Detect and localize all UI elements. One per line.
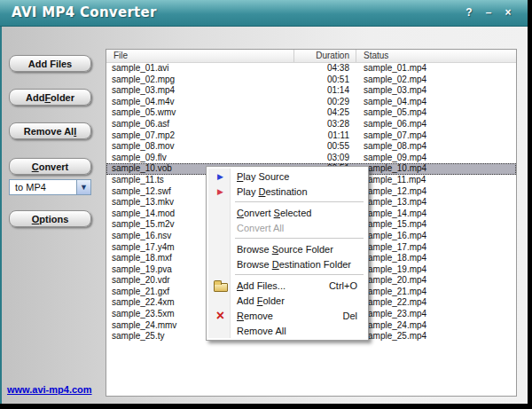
menu-icon bbox=[208, 241, 232, 256]
menu-item-label: Remove All bbox=[237, 326, 286, 336]
header-file[interactable]: File bbox=[106, 50, 294, 62]
status-cell: sample_22.mp4 bbox=[356, 297, 516, 309]
duration-cell: 03:09 bbox=[294, 153, 356, 164]
header-duration[interactable]: Duration bbox=[294, 50, 356, 62]
menu-separator bbox=[208, 235, 366, 241]
menu-separator bbox=[208, 199, 366, 205]
add-files-icon bbox=[208, 278, 232, 293]
window-title: AVI MP4 Converter bbox=[12, 4, 157, 20]
menu-item[interactable]: Browse Source Folder bbox=[208, 241, 366, 256]
chevron-down-icon[interactable]: ▼ bbox=[76, 180, 90, 194]
table-row[interactable]: sample_01.avi 04:38 sample_01.mp4 bbox=[106, 63, 516, 75]
file-cell: sample_02.mpg bbox=[106, 75, 294, 86]
menu-icon bbox=[208, 323, 232, 338]
remove-all-button[interactable]: Remove All bbox=[9, 122, 91, 139]
menu-item-label: Browse Destination Folder bbox=[237, 259, 351, 270]
duration-cell: 03:28 bbox=[294, 119, 356, 130]
table-row[interactable]: sample_04.m4v 00:29 sample_04.mp4 bbox=[106, 97, 516, 108]
file-cell: sample_05.wmv bbox=[106, 107, 294, 119]
status-cell: sample_06.mp4 bbox=[356, 119, 516, 130]
titlebar-buttons: ? – × bbox=[464, 5, 513, 20]
file-cell: sample_08.mov bbox=[106, 141, 294, 153]
menu-item-label: Convert All bbox=[237, 223, 284, 233]
menu-item-label: Play Destination bbox=[237, 186, 308, 197]
add-files-button[interactable]: Add Files bbox=[9, 55, 91, 72]
status-cell: sample_21.mp4 bbox=[356, 287, 516, 298]
menu-item[interactable]: Add Files... Ctrl+O bbox=[208, 278, 366, 293]
list-header: File Duration Status bbox=[106, 50, 516, 63]
close-button[interactable]: × bbox=[503, 5, 513, 20]
menu-item-label: Browse Source Folder bbox=[237, 244, 333, 255]
status-cell: sample_08.mp4 bbox=[356, 141, 516, 153]
window-left-border bbox=[0, 0, 2, 404]
status-cell: sample_10.mp4 bbox=[356, 163, 516, 175]
file-cell: sample_06.asf bbox=[106, 119, 294, 130]
options-button[interactable]: Options bbox=[9, 210, 91, 227]
file-cell: sample_09.flv bbox=[106, 153, 294, 164]
status-cell: sample_18.mp4 bbox=[356, 253, 516, 264]
status-cell: sample_20.mp4 bbox=[356, 275, 516, 287]
table-row[interactable]: sample_02.mpg 00:51 sample_02.mp4 bbox=[106, 75, 516, 86]
duration-cell: 01:14 bbox=[294, 85, 356, 97]
menu-item[interactable]: Browse Destination Folder bbox=[208, 256, 366, 271]
menu-item[interactable]: Add Folder bbox=[208, 293, 366, 308]
status-cell: sample_02.mp4 bbox=[356, 75, 516, 86]
menu-item[interactable]: Convert Selected bbox=[208, 205, 366, 220]
format-select[interactable]: to MP4 ▼ bbox=[9, 179, 91, 195]
table-row[interactable]: sample_05.wmv 04:25 sample_05.mp4 bbox=[106, 107, 516, 119]
duration-cell: 01:11 bbox=[294, 130, 356, 142]
header-status[interactable]: Status bbox=[356, 50, 516, 62]
duration-cell: 04:38 bbox=[294, 63, 356, 75]
menu-item-label: Add Files... bbox=[237, 280, 286, 291]
menu-item-label: Add Folder bbox=[237, 295, 285, 306]
app-window: AVI MP4 Converter ? – × Add Files Add Fo… bbox=[0, 0, 528, 404]
help-button[interactable]: ? bbox=[464, 5, 474, 20]
status-cell: sample_16.mp4 bbox=[356, 231, 516, 242]
menu-item[interactable]: Play Destination bbox=[208, 184, 366, 199]
menu-item-label: Remove bbox=[237, 311, 273, 321]
play-source-icon bbox=[208, 169, 232, 184]
menu-separator bbox=[208, 271, 366, 278]
status-cell: sample_05.mp4 bbox=[356, 107, 516, 119]
menu-icon bbox=[208, 256, 232, 271]
convert-button[interactable]: Convert bbox=[9, 158, 91, 175]
duration-cell: 00:29 bbox=[294, 97, 356, 108]
remove-icon bbox=[208, 308, 232, 323]
menu-item[interactable]: Remove Del bbox=[208, 308, 366, 323]
table-row[interactable]: sample_08.mov 00:55 sample_08.mp4 bbox=[106, 141, 516, 153]
status-cell: sample_19.mp4 bbox=[356, 264, 516, 276]
table-row[interactable]: sample_03.mp4 01:14 sample_03.mp4 bbox=[106, 85, 516, 97]
status-cell: sample_12.mp4 bbox=[356, 186, 516, 198]
menu-item-label: Play Source bbox=[237, 171, 289, 182]
menu-item[interactable]: Remove All bbox=[208, 323, 366, 338]
menu-item[interactable]: Convert All bbox=[208, 220, 366, 235]
status-cell: sample_25.mp4 bbox=[356, 331, 516, 342]
file-cell: sample_07.mp2 bbox=[106, 130, 294, 142]
file-cell: sample_04.m4v bbox=[106, 97, 294, 108]
status-cell: sample_14.mp4 bbox=[356, 208, 516, 220]
menu-icon bbox=[208, 293, 232, 308]
menu-item[interactable]: Play Source bbox=[208, 169, 366, 184]
status-cell: sample_11.mp4 bbox=[356, 175, 516, 186]
play-destination-icon bbox=[208, 184, 232, 199]
format-select-value: to MP4 bbox=[10, 180, 76, 194]
menu-item-label: Convert Selected bbox=[237, 208, 311, 218]
add-folder-button[interactable]: Add Folder bbox=[9, 89, 91, 106]
status-cell: sample_13.mp4 bbox=[356, 197, 516, 208]
status-cell: sample_15.mp4 bbox=[356, 219, 516, 231]
table-row[interactable]: sample_09.flv 03:09 sample_09.mp4 bbox=[106, 153, 516, 164]
minimize-button[interactable]: – bbox=[483, 5, 494, 20]
duration-cell: 00:51 bbox=[294, 75, 356, 86]
table-row[interactable]: sample_06.asf 03:28 sample_06.mp4 bbox=[106, 119, 516, 130]
status-cell: sample_24.mp4 bbox=[356, 320, 516, 332]
menu-shortcut: Del bbox=[342, 311, 366, 321]
file-cell: sample_03.mp4 bbox=[106, 85, 294, 97]
status-cell: sample_17.mp4 bbox=[356, 242, 516, 254]
website-link[interactable]: www.avi-mp4.com bbox=[7, 384, 92, 395]
table-row[interactable]: sample_07.mp2 01:11 sample_07.mp4 bbox=[106, 130, 516, 142]
desktop-background: AVI MP4 Converter ? – × Add Files Add Fo… bbox=[0, 0, 532, 409]
duration-cell: 00:55 bbox=[294, 141, 356, 153]
status-cell: sample_07.mp4 bbox=[356, 130, 516, 142]
titlebar[interactable]: AVI MP4 Converter ? – × bbox=[0, 0, 528, 27]
status-cell: sample_04.mp4 bbox=[356, 97, 516, 108]
